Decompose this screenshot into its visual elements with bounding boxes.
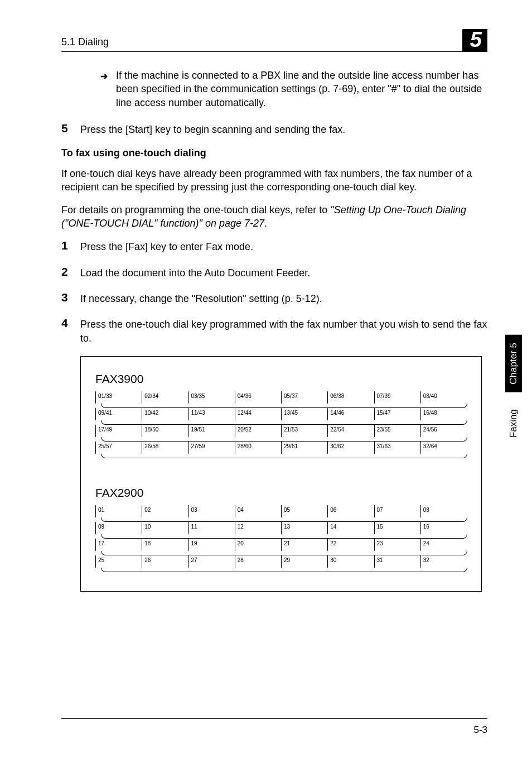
one-touch-key[interactable]: 28 [235,555,281,568]
one-touch-key[interactable]: 14/46 [327,408,374,420]
one-touch-key[interactable]: 14 [327,522,374,534]
one-touch-key[interactable]: 11 [188,522,235,534]
one-touch-key[interactable]: 28/60 [235,442,281,454]
page-number: 5-3 [473,725,487,735]
one-touch-key[interactable]: 08 [420,505,467,517]
keypad-row-base [101,517,467,522]
one-touch-key[interactable]: 03/35 [188,391,235,404]
one-touch-key[interactable]: 07 [374,505,420,517]
one-touch-key[interactable]: 03 [188,505,235,517]
step-number: 3 [61,291,80,305]
one-touch-key[interactable]: 01/33 [96,391,142,404]
one-touch-key[interactable]: 20 [235,539,281,551]
paragraph-1: If one-touch dial keys have already been… [61,167,487,194]
one-touch-key[interactable]: 26 [142,555,188,568]
keypad-row: 2526272829303132 [95,555,467,568]
step-number: 2 [61,265,80,280]
one-touch-key[interactable]: 25 [96,555,142,568]
one-touch-key[interactable]: 06/38 [327,391,374,404]
one-touch-key[interactable]: 11/43 [188,408,235,420]
one-touch-key[interactable]: 25/57 [96,442,142,454]
step-number: 1 [61,239,80,253]
one-touch-key[interactable]: 12 [235,522,281,534]
step-number: 4 [61,316,80,345]
one-touch-key[interactable]: 02/34 [142,391,188,404]
one-touch-key[interactable]: 22 [327,539,374,551]
keypad-row-base [101,551,467,555]
one-touch-key[interactable]: 10 [142,522,188,534]
one-touch-key[interactable]: 19 [188,539,235,551]
one-touch-key[interactable]: 30/62 [327,442,374,454]
one-touch-key[interactable]: 23/55 [374,425,420,437]
step: 2Load the document into the Auto Documen… [61,265,487,280]
one-touch-key[interactable]: 27/59 [188,442,235,454]
one-touch-key[interactable]: 24 [420,539,467,551]
step-text: Press the [Start] key to begin scanning … [80,122,345,136]
one-touch-key[interactable]: 29/61 [281,442,327,454]
page-footer: 5-3 [61,718,487,736]
one-touch-key[interactable]: 20/52 [235,425,281,437]
keypad-row: 1718192021222324 [95,539,467,551]
one-touch-key[interactable]: 09/41 [96,408,142,420]
one-touch-key[interactable]: 23 [374,539,420,551]
one-touch-key[interactable]: 31 [374,555,420,568]
one-touch-key[interactable]: 27 [188,555,235,568]
one-touch-key[interactable]: 26/58 [142,442,188,454]
one-touch-key[interactable]: 29 [281,555,327,568]
page-header: 5.1 Dialing 5 [61,28,487,52]
one-touch-key[interactable]: 32/64 [420,442,467,454]
one-touch-key[interactable]: 19/51 [188,425,235,437]
keypad-row-base [101,534,467,539]
keypad-title: FAX2900 [95,486,467,500]
one-touch-key[interactable]: 17/49 [96,425,142,437]
one-touch-key[interactable]: 04 [235,505,281,517]
one-touch-key[interactable]: 18/50 [142,425,188,437]
keypad-row: 0910111213141516 [95,522,467,534]
one-touch-key[interactable]: 01 [96,505,142,517]
keypad-row-base [101,568,467,572]
one-touch-key[interactable]: 30 [327,555,374,568]
one-touch-key[interactable]: 15/47 [374,408,420,420]
one-touch-key[interactable]: 05/37 [281,391,327,404]
keypad-fax3900: FAX390001/3302/3403/3504/3605/3706/3807/… [95,372,467,458]
paragraph-2: For details on programming the one-touch… [61,203,487,231]
one-touch-key[interactable]: 21/53 [281,425,327,437]
keypad-row-base [101,454,467,458]
step-text: Load the document into the Auto Document… [80,265,310,280]
side-tab-label: Faxing [508,409,519,438]
one-touch-key[interactable]: 32 [420,555,467,568]
one-touch-key[interactable]: 13 [281,522,327,534]
one-touch-key[interactable]: 12/44 [235,408,281,420]
one-touch-key[interactable]: 17 [96,539,142,551]
one-touch-key[interactable]: 04/36 [235,391,281,404]
one-touch-key[interactable]: 31/63 [374,442,420,454]
one-touch-key[interactable]: 22/54 [327,425,374,437]
one-touch-key[interactable]: 16/48 [420,408,467,420]
one-touch-key[interactable]: 16 [420,522,467,534]
keypad-row: 09/4110/4211/4312/4413/4514/4615/4716/48 [95,408,467,420]
one-touch-key[interactable]: 09 [96,522,142,534]
subheading: To fax using one-touch dialing [61,147,487,159]
step-text: Press the [Fax] key to enter Fax mode. [80,239,253,253]
one-touch-key[interactable]: 08/40 [420,391,467,404]
one-touch-key[interactable]: 15 [374,522,420,534]
one-touch-key[interactable]: 07/39 [374,391,420,404]
step-number: 5 [61,122,80,136]
para2-c: . [264,218,267,229]
one-touch-key[interactable]: 18 [142,539,188,551]
one-touch-key[interactable]: 02 [142,505,188,517]
keypad-row: 0102030405060708 [95,505,467,517]
one-touch-key[interactable]: 24/56 [420,425,467,437]
step: 1Press the [Fax] key to enter Fax mode. [61,239,487,253]
keypad-row: 01/3302/3403/3504/3605/3706/3807/3908/40 [95,391,467,404]
keypad-row: 17/4918/5019/5120/5221/5322/5423/5524/56 [95,425,467,437]
one-touch-key[interactable]: 05 [281,505,327,517]
one-touch-key[interactable]: 10/42 [142,408,188,420]
keypad-frame: FAX390001/3302/3403/3504/3605/3706/3807/… [80,356,482,592]
arrow-icon: ➜ [100,70,108,83]
one-touch-key[interactable]: 13/45 [281,408,327,420]
one-touch-key[interactable]: 06 [327,505,374,517]
one-touch-key[interactable]: 21 [281,539,327,551]
keypad-row-base [101,404,467,408]
step-5: 5 Press the [Start] key to begin scannin… [61,122,487,136]
